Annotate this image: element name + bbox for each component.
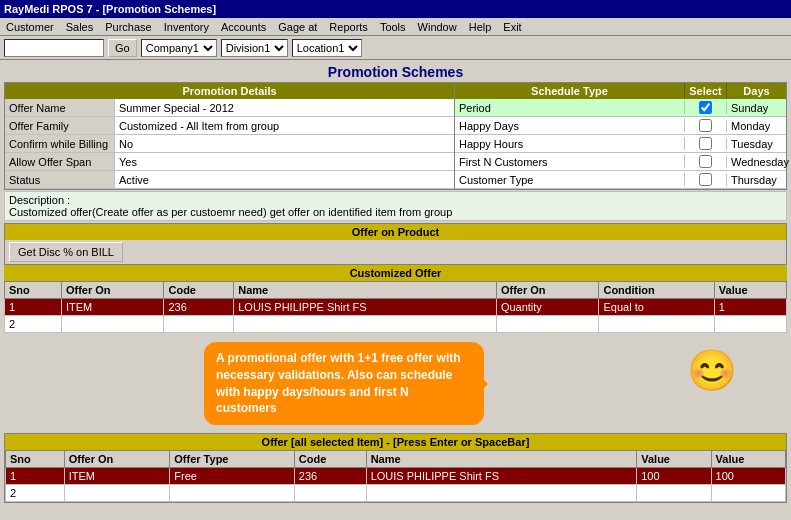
col-condition: Condition bbox=[599, 282, 714, 299]
schedule-first-n-row: First N Customers Wednesday bbox=[455, 153, 786, 171]
schedule-period-day: Sunday bbox=[726, 102, 786, 114]
schedule-customer-type-day: Thursday bbox=[726, 174, 786, 186]
division-select[interactable]: Division1 bbox=[221, 39, 288, 57]
schedule-happy-days-cb[interactable] bbox=[684, 119, 726, 132]
main-content: Promotion Schemes Promotion Details Offe… bbox=[0, 60, 791, 505]
menu-help[interactable]: Help bbox=[467, 20, 494, 34]
col-offer-on2: Offer On bbox=[496, 282, 599, 299]
all-cell-sno-empty: 2 bbox=[6, 485, 65, 502]
schedule-happy-hours-cb[interactable] bbox=[684, 137, 726, 150]
all-col-name: Name bbox=[366, 451, 637, 468]
offer-product-btn-row: Get Disc % on BILL bbox=[5, 240, 786, 264]
schedule-customer-type-row: Customer Type Thursday bbox=[455, 171, 786, 189]
all-cell-offer-type: Free bbox=[170, 468, 294, 485]
offer-family-row: Offer Family Customized - All Item from … bbox=[5, 117, 454, 135]
col-value: Value bbox=[714, 282, 786, 299]
all-cell-code: 236 bbox=[294, 468, 366, 485]
customized-offer-header: Customized Offer bbox=[4, 265, 787, 281]
schedule-happy-days-day: Monday bbox=[726, 120, 786, 132]
confirm-billing-value: No bbox=[115, 135, 454, 152]
allow-offer-span-row: Allow Offer Span Yes bbox=[5, 153, 454, 171]
schedule-first-n-cb[interactable] bbox=[684, 155, 726, 168]
table-row: 2 bbox=[6, 485, 786, 502]
offer-product-section: Offer on Product Get Disc % on BILL bbox=[4, 223, 787, 265]
offer-family-label: Offer Family bbox=[5, 117, 115, 134]
offer-name-value: Summer Special - 2012 bbox=[115, 99, 454, 116]
cell-condition: Equal to bbox=[599, 299, 714, 316]
page-title: Promotion Schemes bbox=[4, 64, 787, 80]
offer-name-label: Offer Name bbox=[5, 99, 115, 116]
offer-all-header: Offer [all selected Item] - [Press Enter… bbox=[5, 434, 786, 450]
tooltip-text: A promotional offer with 1+1 free offer … bbox=[216, 351, 461, 415]
allow-offer-span-label: Allow Offer Span bbox=[5, 153, 115, 170]
cell-name: LOUIS PHILIPPE Shirt FS bbox=[234, 299, 497, 316]
col-name: Name bbox=[234, 282, 497, 299]
col-offer-on: Offer On bbox=[61, 282, 164, 299]
description-section: Description : Customized offer(Create of… bbox=[4, 191, 787, 221]
table-row: 2 bbox=[5, 316, 787, 333]
title-bar: RayMedi RPOS 7 - [Promotion Schemes] bbox=[0, 0, 791, 18]
customized-offer-table: Sno Offer On Code Name Offer On Conditio… bbox=[4, 281, 787, 333]
all-cell-value1: 100 bbox=[637, 468, 711, 485]
offer-all-table: Sno Offer On Offer Type Code Name Value … bbox=[5, 450, 786, 502]
menu-purchase[interactable]: Purchase bbox=[103, 20, 153, 34]
offer-product-header: Offer on Product bbox=[5, 224, 786, 240]
schedule-happy-days-row: Happy Days Monday bbox=[455, 117, 786, 135]
get-disc-button[interactable]: Get Disc % on BILL bbox=[9, 242, 123, 262]
all-cell-name: LOUIS PHILIPPE Shirt FS bbox=[366, 468, 637, 485]
col-sno: Sno bbox=[5, 282, 62, 299]
col-code: Code bbox=[164, 282, 234, 299]
schedule-happy-hours-day: Tuesday bbox=[726, 138, 786, 150]
menu-exit[interactable]: Exit bbox=[501, 20, 523, 34]
menu-customer[interactable]: Customer bbox=[4, 20, 56, 34]
select-col-header: Select bbox=[684, 83, 726, 99]
cell-sno-empty: 2 bbox=[5, 316, 62, 333]
status-label: Status bbox=[5, 171, 115, 188]
table-row[interactable]: 1 ITEM 236 LOUIS PHILIPPE Shirt FS Quant… bbox=[5, 299, 787, 316]
offer-all-section: Offer [all selected Item] - [Press Enter… bbox=[4, 433, 787, 503]
schedule-type-panel: Schedule Type Select Days Period Sunday … bbox=[455, 83, 786, 189]
schedule-first-n-label: First N Customers bbox=[455, 156, 684, 168]
schedule-customer-type-label: Customer Type bbox=[455, 174, 684, 186]
all-cell-offer-on: ITEM bbox=[64, 468, 170, 485]
all-col-offer-on: Offer On bbox=[64, 451, 170, 468]
go-button[interactable]: Go bbox=[108, 39, 137, 57]
description-text: Customized offer(Create offer as per cus… bbox=[9, 206, 452, 218]
promo-details-header: Promotion Details bbox=[5, 83, 454, 99]
menu-window[interactable]: Window bbox=[416, 20, 459, 34]
schedule-happy-hours-label: Happy Hours bbox=[455, 138, 684, 150]
schedule-customer-type-cb[interactable] bbox=[684, 173, 726, 186]
location-select[interactable]: Location1 bbox=[292, 39, 362, 57]
menu-bar: Customer Sales Purchase Inventory Accoun… bbox=[0, 18, 791, 36]
cell-sno: 1 bbox=[5, 299, 62, 316]
cell-offer-on: ITEM bbox=[61, 299, 164, 316]
offer-name-row: Offer Name Summer Special - 2012 bbox=[5, 99, 454, 117]
menu-tools[interactable]: Tools bbox=[378, 20, 408, 34]
days-col-header: Days bbox=[726, 83, 786, 99]
menu-gageat[interactable]: Gage at bbox=[276, 20, 319, 34]
all-col-value2: Value bbox=[711, 451, 785, 468]
schedule-first-n-day: Wednesday bbox=[726, 156, 786, 168]
company-select[interactable]: Company1 bbox=[141, 39, 217, 57]
toolbar: Go Company1 Division1 Location1 bbox=[0, 36, 791, 60]
all-col-value1: Value bbox=[637, 451, 711, 468]
all-col-sno: Sno bbox=[6, 451, 65, 468]
cell-code: 236 bbox=[164, 299, 234, 316]
table-row[interactable]: 1 ITEM Free 236 LOUIS PHILIPPE Shirt FS … bbox=[6, 468, 786, 485]
all-col-offer-type: Offer Type bbox=[170, 451, 294, 468]
confirm-billing-row: Confirm while Billing No bbox=[5, 135, 454, 153]
menu-accounts[interactable]: Accounts bbox=[219, 20, 268, 34]
offer-family-value: Customized - All Item from group bbox=[115, 117, 454, 134]
menu-inventory[interactable]: Inventory bbox=[162, 20, 211, 34]
promotion-details-panel: Promotion Details Offer Name Summer Spec… bbox=[5, 83, 455, 189]
status-value: Active bbox=[115, 171, 454, 188]
customized-section: Customized Offer Sno Offer On Code Name … bbox=[4, 265, 787, 431]
menu-sales[interactable]: Sales bbox=[64, 20, 96, 34]
schedule-happy-days-label: Happy Days bbox=[455, 120, 684, 132]
search-input[interactable] bbox=[4, 39, 104, 57]
title-text: RayMedi RPOS 7 - [Promotion Schemes] bbox=[4, 3, 216, 15]
menu-reports[interactable]: Reports bbox=[327, 20, 370, 34]
top-section: Promotion Details Offer Name Summer Spec… bbox=[4, 82, 787, 190]
schedule-period-cb[interactable] bbox=[684, 101, 726, 114]
schedule-type-header: Schedule Type bbox=[455, 83, 684, 99]
